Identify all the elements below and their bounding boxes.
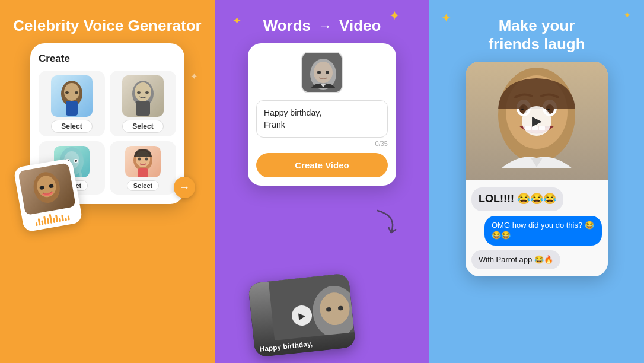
svg-point-9	[145, 91, 149, 94]
avatar-cell-1: Select	[39, 71, 105, 136]
text-input-display[interactable]: Happy birthday,Frank	[256, 100, 388, 138]
avatar-face-2	[122, 75, 164, 117]
select-btn-4[interactable]: Select	[127, 180, 159, 191]
star-p3-2: ✦	[623, 9, 631, 21]
avatar-svg-1	[54, 77, 90, 116]
svg-point-28	[317, 71, 321, 74]
panel2-phone-card: Happy birthday,Frank 0/35 Create Video	[248, 43, 396, 186]
phone-mockup-1: Create Select	[30, 43, 184, 204]
msg-row-parrot: With Parrot app 😂🔥	[471, 250, 602, 270]
svg-point-6	[135, 82, 151, 101]
avatar-svg-2	[125, 77, 161, 116]
panel3-title: Make yourfriends laugh	[488, 17, 585, 53]
result-video-card: ▶ Happy birthday,	[248, 273, 356, 357]
svg-point-8	[137, 91, 141, 94]
select-btn-2[interactable]: Select	[122, 120, 163, 133]
char-count: 0/35	[256, 140, 388, 147]
svg-point-4	[75, 91, 78, 94]
create-label: Create	[39, 53, 176, 65]
svg-point-15	[75, 160, 77, 162]
create-video-btn[interactable]: Create Video	[256, 153, 388, 177]
input-text: Happy birthday,Frank	[264, 108, 321, 129]
select-btn-1[interactable]: Select	[51, 120, 92, 133]
avatar-grid: Select Select	[39, 71, 176, 136]
orange-arrow-icon: →	[174, 177, 195, 198]
svg-point-18	[138, 157, 141, 160]
words-label: Words	[263, 17, 311, 35]
msg-row-lol: LOL!!!! 😂😂😂	[471, 187, 602, 211]
video-label: Video	[339, 17, 381, 35]
orange-arrow-container: →	[174, 177, 195, 198]
svg-rect-2	[66, 101, 78, 116]
svg-rect-7	[136, 101, 150, 116]
svg-point-3	[65, 91, 69, 94]
avatar-face-1	[51, 75, 93, 117]
birthday-caption: Happy birthday,	[259, 339, 313, 353]
result-video-inner: ▶ Happy birthday,	[248, 273, 356, 357]
person-face-box	[301, 52, 343, 93]
panel3-phone: ▶ LOL!!!! 😂😂😂 OMG how did you do this? 😂…	[466, 62, 608, 276]
svg-point-27	[314, 62, 333, 83]
curved-arrow-svg	[364, 206, 401, 249]
star-p2-2: ✦	[389, 8, 400, 24]
floating-face-svg	[23, 165, 71, 213]
avatar-cell-2: Select	[110, 71, 176, 136]
msg-lol: LOL!!!! 😂😂😂	[471, 187, 563, 211]
floating-card	[13, 158, 83, 233]
svg-point-19	[145, 157, 148, 160]
star-p3-1: ✦	[441, 11, 451, 25]
messages-area: LOL!!!! 😂😂😂 OMG how did you do this? 😂😂😂…	[466, 180, 608, 276]
star-p2-1: ✦	[232, 14, 241, 27]
msg-parrot: With Parrot app 😂🔥	[471, 250, 560, 270]
panel2-title-row: Words → Video	[263, 17, 381, 35]
floating-card-image	[18, 163, 76, 215]
svg-rect-20	[138, 168, 148, 178]
person-face-svg	[302, 53, 343, 93]
panel-3: ✦ ✦ Make yourfriends laugh	[429, 0, 644, 363]
avatar-svg-4	[127, 146, 160, 177]
text-cursor	[288, 120, 291, 129]
arrow-label: →	[318, 18, 332, 34]
avatar-cell-4: Select	[110, 141, 176, 195]
panel-1: ✦ ✦ Celebrity Voice Generator Create	[0, 0, 215, 363]
panel-2: ✦ ✦ Words → Video Happy b	[215, 0, 429, 363]
video-area: ▶	[466, 62, 608, 180]
msg-omg: OMG how did you do this? 😂😂😂	[484, 216, 602, 246]
avatar-face-4	[125, 146, 161, 177]
msg-row-omg: OMG how did you do this? 😂😂😂	[471, 216, 602, 246]
curved-arrow-container	[363, 206, 401, 251]
svg-point-29	[326, 71, 329, 74]
panel1-title: Celebrity Voice Generator	[13, 17, 201, 35]
star-icon-2: ✦	[190, 71, 198, 82]
